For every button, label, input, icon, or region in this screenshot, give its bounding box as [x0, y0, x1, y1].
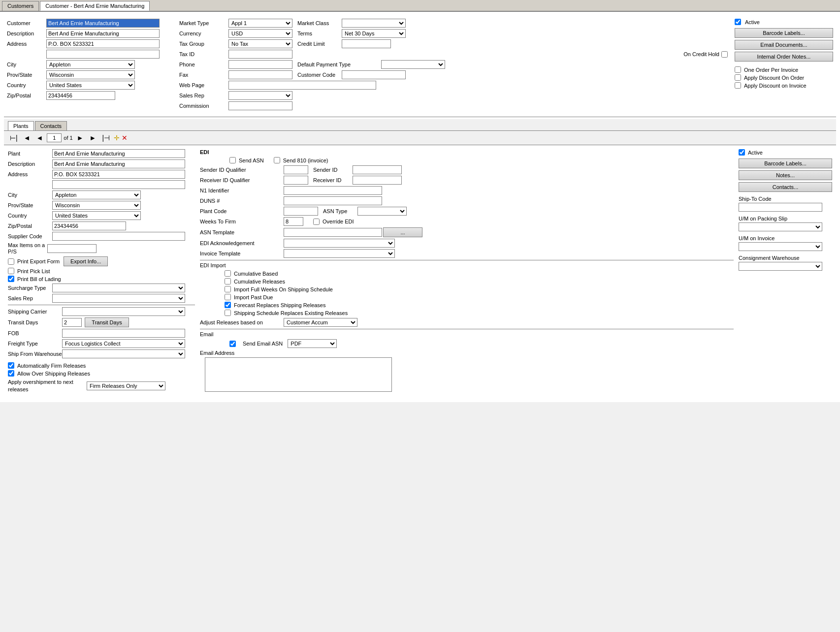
asn-template-browse-btn[interactable]: ...	[383, 227, 422, 237]
print-pick-list-checkbox[interactable]	[8, 268, 14, 274]
weeks-to-firm-input[interactable]	[284, 217, 303, 226]
invoice-template-select[interactable]	[284, 249, 395, 258]
receiver-id-qualifier-input[interactable]	[284, 176, 308, 185]
asn-template-input[interactable]	[284, 228, 382, 237]
email-address-textarea[interactable]	[205, 357, 392, 392]
market-class-select[interactable]	[342, 19, 406, 28]
cumulative-based-checkbox[interactable]	[225, 270, 231, 277]
plant-notes-button[interactable]: Notes...	[739, 170, 832, 180]
print-bill-of-lading-checkbox[interactable]	[8, 276, 14, 282]
auto-firm-releases-checkbox[interactable]	[8, 362, 14, 369]
export-info-button[interactable]: Export Info...	[64, 256, 108, 266]
fob-input[interactable]	[62, 329, 185, 338]
import-full-weeks-checkbox[interactable]	[225, 286, 231, 292]
tab-contacts[interactable]: Contacts	[35, 121, 67, 130]
edi-acknowledgement-select[interactable]	[284, 239, 395, 248]
plant-contacts-button[interactable]: Contacts...	[739, 182, 832, 192]
city-select[interactable]: Appleton	[46, 60, 135, 69]
shipping-carrier-select[interactable]	[62, 307, 185, 316]
apply-discount-on-invoice-checkbox[interactable]	[735, 82, 741, 89]
default-payment-type-select[interactable]	[381, 60, 445, 69]
adjust-releases-select[interactable]: Customer Accum	[284, 318, 357, 327]
plant-address2-input[interactable]	[52, 180, 185, 189]
plant-zip-input[interactable]	[52, 221, 126, 230]
import-past-due-checkbox[interactable]	[225, 294, 231, 300]
receiver-id-input[interactable]	[353, 176, 402, 185]
zippostal-input[interactable]	[46, 91, 115, 100]
transit-days-input[interactable]	[62, 318, 82, 327]
tab-customers[interactable]: Customers	[2, 1, 39, 11]
toolbar-last-btn[interactable]: |⊣	[100, 133, 112, 143]
consignment-warehouse-select[interactable]	[739, 262, 822, 271]
toolbar-add-btn[interactable]: ✛	[114, 134, 120, 142]
plant-active-checkbox[interactable]	[739, 149, 745, 156]
commission-input[interactable]	[228, 101, 292, 110]
plant-description-input[interactable]	[52, 159, 185, 168]
email-format-select[interactable]: PDF	[288, 339, 337, 348]
toolbar-prev2-btn[interactable]: ◄	[34, 133, 45, 143]
description-input[interactable]	[46, 29, 160, 38]
apply-overshipment-select[interactable]: Firm Releases Only	[87, 381, 165, 390]
customer-code-input[interactable]	[342, 70, 406, 79]
country-select[interactable]: United States	[46, 81, 135, 90]
toolbar-next-btn[interactable]: ►	[75, 133, 86, 143]
barcode-labels-button[interactable]: Barcode Labels...	[735, 28, 833, 38]
address-line1-input[interactable]	[46, 39, 160, 48]
um-packing-slip-select[interactable]	[739, 222, 822, 231]
print-export-form-checkbox[interactable]	[8, 258, 14, 265]
forecast-replaces-checkbox[interactable]	[225, 302, 231, 308]
plant-provstate-select[interactable]: Wisconsin	[52, 201, 141, 210]
internal-order-notes-button[interactable]: Internal Order Notes...	[735, 52, 833, 62]
currency-select[interactable]: USD	[228, 29, 292, 38]
toolbar-next2-btn[interactable]: ►	[88, 133, 98, 143]
tab-customer-detail[interactable]: Customer - Bert And Ernie Manufacturing	[40, 1, 150, 11]
transit-days-button[interactable]: Transit Days	[85, 317, 129, 327]
um-invoice-select[interactable]	[739, 242, 822, 251]
credit-limit-input[interactable]	[342, 39, 391, 48]
override-edi-checkbox[interactable]	[313, 219, 320, 225]
plant-sales-rep-select[interactable]	[52, 294, 185, 303]
sender-id-input[interactable]	[353, 165, 402, 174]
on-credit-hold-checkbox[interactable]	[721, 51, 728, 58]
allow-over-shipping-checkbox[interactable]	[8, 370, 14, 377]
terms-select[interactable]: Net 30 Days	[342, 29, 406, 38]
send-email-asn-checkbox[interactable]	[229, 341, 236, 347]
plant-city-select[interactable]: Appleton	[52, 190, 141, 199]
tax-group-select[interactable]: No Tax	[228, 39, 292, 48]
sender-id-qualifier-input[interactable]	[284, 165, 308, 174]
toolbar-first-btn[interactable]: ⊢|	[8, 133, 20, 143]
max-items-input[interactable]	[47, 244, 97, 253]
toolbar-delete-btn[interactable]: ✕	[122, 134, 128, 142]
cumulative-releases-checkbox[interactable]	[225, 278, 231, 284]
surcharge-type-select[interactable]	[52, 284, 185, 292]
plant-code-input[interactable]	[284, 207, 318, 216]
n1-identifier-input[interactable]	[284, 186, 382, 195]
freight-type-select[interactable]: Focus Logistics Collect	[62, 339, 185, 348]
tax-id-input[interactable]	[228, 50, 292, 59]
address-line2-input[interactable]	[46, 50, 160, 59]
supplier-code-input[interactable]	[52, 232, 185, 241]
sales-rep-select[interactable]	[228, 91, 292, 100]
ship-from-warehouse-select[interactable]	[62, 349, 185, 358]
plant-barcode-labels-button[interactable]: Barcode Labels...	[739, 158, 832, 168]
provstate-select[interactable]: Wisconsin	[46, 70, 135, 79]
email-documents-button[interactable]: Email Documents...	[735, 40, 833, 50]
page-number-input[interactable]	[47, 133, 62, 142]
apply-discount-on-order-checkbox[interactable]	[735, 74, 741, 81]
plant-address-input[interactable]	[52, 170, 185, 179]
plant-country-select[interactable]: United States	[52, 211, 141, 220]
send-810-checkbox[interactable]	[274, 157, 280, 163]
send-asn-checkbox[interactable]	[229, 157, 236, 163]
web-page-input[interactable]	[228, 81, 376, 90]
toolbar-prev-btn[interactable]: ◄	[22, 133, 32, 143]
one-order-per-invoice-checkbox[interactable]	[735, 66, 741, 73]
asn-type-select[interactable]	[357, 207, 407, 216]
ship-to-code-input[interactable]	[739, 203, 822, 212]
market-type-select[interactable]: Appl 1	[228, 19, 292, 28]
phone-input[interactable]	[228, 60, 292, 69]
duns-input[interactable]	[284, 196, 382, 205]
plant-name-input[interactable]	[52, 149, 185, 158]
shipping-schedule-replaces-checkbox[interactable]	[225, 310, 231, 316]
tab-plants[interactable]: Plants	[8, 121, 34, 130]
active-checkbox[interactable]	[735, 19, 741, 25]
